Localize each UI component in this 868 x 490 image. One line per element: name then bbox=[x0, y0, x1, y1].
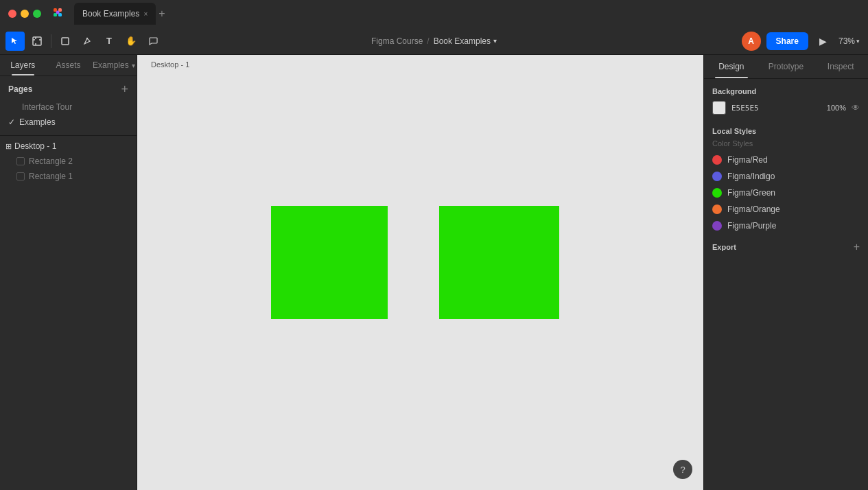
layer-label: Rectangle 1 bbox=[29, 172, 73, 181]
layer-item-rectangle1[interactable]: Rectangle 1 bbox=[0, 169, 137, 184]
tab-layers-label: Layers bbox=[10, 60, 35, 70]
window-controls bbox=[8, 10, 41, 18]
minimize-button[interactable] bbox=[21, 10, 29, 18]
tab-close-icon[interactable]: × bbox=[143, 10, 148, 18]
tab-prototype[interactable]: Prototype bbox=[759, 55, 814, 78]
bg-color-swatch[interactable] bbox=[712, 101, 726, 115]
svg-point-11 bbox=[86, 37, 88, 38]
toolbar-left: T ✋ bbox=[0, 32, 168, 51]
color-swatch-dot bbox=[712, 188, 722, 198]
color-style-item[interactable]: Figma/Purple bbox=[704, 218, 868, 234]
frame-icon: ⊞ bbox=[5, 142, 12, 151]
color-swatch-dot bbox=[712, 221, 722, 231]
toolbar: T ✋ Figma Course / Book Examples ▾ A Sha… bbox=[0, 27, 868, 55]
page-item-interface-tour[interactable]: Interface Tour bbox=[0, 100, 137, 115]
tab-examples-label: Examples bbox=[93, 60, 129, 70]
background-section: Background E5E5E5 100% 👁 bbox=[704, 79, 868, 120]
tab-examples[interactable]: Examples ▾ bbox=[91, 55, 137, 75]
zoom-level: 73% bbox=[838, 36, 855, 46]
examples-chevron-icon: ▾ bbox=[132, 62, 135, 69]
color-style-name: Figma/Red bbox=[727, 155, 768, 165]
tab-design-label: Design bbox=[718, 62, 744, 71]
color-style-item[interactable]: Figma/Indigo bbox=[704, 168, 868, 185]
rectangle-2[interactable] bbox=[439, 206, 559, 319]
tab-inspect[interactable]: Inspect bbox=[813, 55, 868, 78]
shape-tool-button[interactable] bbox=[56, 32, 75, 51]
zoom-chevron-icon: ▾ bbox=[856, 38, 860, 45]
page-label: Interface Tour bbox=[22, 102, 72, 112]
close-button[interactable] bbox=[8, 10, 16, 18]
local-styles-header: Local Styles bbox=[704, 120, 868, 139]
color-styles-list: Figma/RedFigma/IndigoFigma/GreenFigma/Or… bbox=[704, 152, 868, 234]
figma-logo bbox=[52, 7, 63, 21]
local-styles-title: Local Styles bbox=[712, 127, 756, 135]
background-row: E5E5E5 100% 👁 bbox=[712, 101, 860, 115]
export-header: Export + bbox=[704, 234, 868, 260]
rectangle-1[interactable] bbox=[271, 206, 388, 319]
layer-item-rectangle2[interactable]: Rectangle 2 bbox=[0, 154, 137, 169]
frame-label: Desktop - 1 bbox=[151, 60, 189, 69]
pen-tool-button[interactable] bbox=[78, 32, 97, 51]
page-active-icon: ✓ bbox=[8, 117, 15, 127]
right-panel-tabs: Design Prototype Inspect bbox=[704, 55, 868, 79]
move-tool-button[interactable] bbox=[5, 32, 25, 51]
help-button[interactable]: ? bbox=[673, 460, 692, 479]
color-style-name: Figma/Green bbox=[727, 188, 775, 198]
breadcrumb-chevron-icon: ▾ bbox=[493, 37, 497, 45]
export-add-button[interactable]: + bbox=[854, 241, 860, 253]
page-label: Examples bbox=[19, 117, 56, 127]
tab-prototype-label: Prototype bbox=[769, 62, 804, 71]
tab-label: Book Examples bbox=[82, 9, 139, 19]
layers-divider bbox=[0, 135, 137, 136]
share-button[interactable]: Share bbox=[766, 32, 808, 50]
color-style-item[interactable]: Figma/Red bbox=[704, 152, 868, 168]
breadcrumb-current[interactable]: Book Examples ▾ bbox=[434, 36, 497, 46]
text-tool-button[interactable]: T bbox=[99, 32, 119, 51]
comment-tool-button[interactable] bbox=[143, 32, 163, 51]
layer-frame-label: Desktop - 1 bbox=[14, 141, 56, 151]
svg-rect-5 bbox=[33, 37, 41, 45]
svg-rect-10 bbox=[62, 38, 69, 45]
tab-layers[interactable]: Layers bbox=[0, 55, 45, 75]
color-style-item[interactable]: Figma/Green bbox=[704, 185, 868, 201]
zoom-control[interactable]: 73% ▾ bbox=[838, 36, 860, 46]
toolbar-right: A Share ▶ 73% ▾ bbox=[734, 32, 868, 51]
bg-hex-value[interactable]: E5E5E5 bbox=[731, 104, 821, 113]
tab-area: Book Examples × + bbox=[74, 3, 165, 25]
canvas[interactable]: Desktop - 1 ? bbox=[137, 55, 703, 490]
layer-visibility-checkbox[interactable] bbox=[16, 157, 25, 165]
right-panel: Design Prototype Inspect Background E5E5… bbox=[703, 55, 868, 490]
color-styles-label: Color Styles bbox=[704, 139, 868, 152]
color-style-name: Figma/Indigo bbox=[727, 172, 775, 181]
hand-tool-button[interactable]: ✋ bbox=[121, 32, 141, 51]
breadcrumb-current-label: Book Examples bbox=[434, 36, 491, 46]
bg-visibility-icon[interactable]: 👁 bbox=[852, 103, 860, 113]
tab-assets[interactable]: Assets bbox=[45, 55, 91, 75]
color-style-name: Figma/Orange bbox=[727, 205, 780, 214]
breadcrumb-parent[interactable]: Figma Course bbox=[371, 36, 423, 46]
color-style-name: Figma/Purple bbox=[727, 221, 776, 231]
layer-visibility-checkbox[interactable] bbox=[16, 172, 25, 180]
tab-book-examples[interactable]: Book Examples × bbox=[74, 3, 156, 25]
color-style-item[interactable]: Figma/Orange bbox=[704, 201, 868, 218]
panel-tabs: Layers Assets Examples ▾ bbox=[0, 55, 137, 76]
main-area: Layers Assets Examples ▾ Pages + Interfa… bbox=[0, 55, 868, 490]
maximize-button[interactable] bbox=[33, 10, 41, 18]
pages-header: Pages + bbox=[0, 76, 137, 100]
play-button[interactable]: ▶ bbox=[814, 32, 833, 51]
tab-design[interactable]: Design bbox=[704, 55, 759, 78]
pages-title: Pages bbox=[8, 84, 32, 94]
svg-rect-4 bbox=[56, 11, 60, 14]
layer-frame-group[interactable]: ⊞ Desktop - 1 bbox=[0, 139, 137, 154]
page-item-examples[interactable]: ✓ Examples bbox=[0, 115, 137, 130]
left-panel: Layers Assets Examples ▾ Pages + Interfa… bbox=[0, 55, 137, 490]
titlebar: Book Examples × + bbox=[0, 0, 868, 27]
add-page-button[interactable]: + bbox=[121, 83, 128, 95]
toolbar-center: Figma Course / Book Examples ▾ bbox=[371, 36, 497, 46]
color-swatch-dot bbox=[712, 172, 722, 181]
tool-divider-1 bbox=[51, 34, 51, 48]
new-tab-button[interactable]: + bbox=[159, 8, 165, 20]
bg-opacity-value[interactable]: 100% bbox=[827, 104, 846, 112]
layer-label: Rectangle 2 bbox=[29, 156, 73, 166]
frame-tool-button[interactable] bbox=[27, 32, 47, 51]
